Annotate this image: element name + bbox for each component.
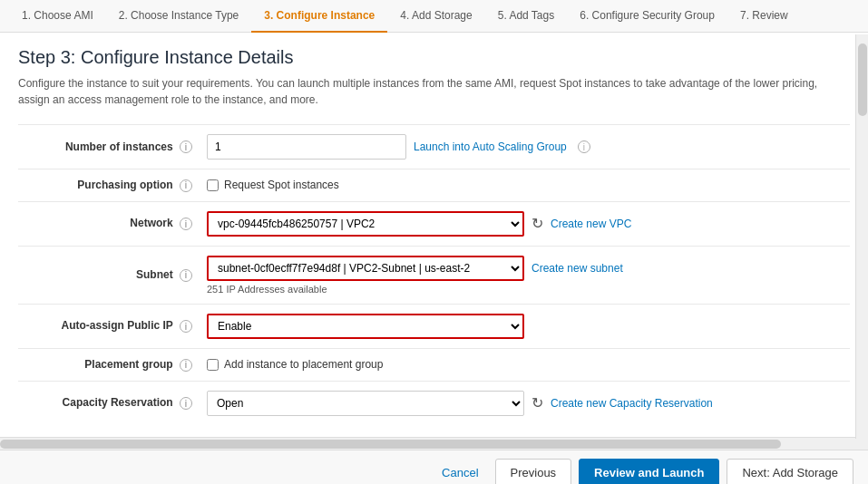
row-number-of-instances: Number of instances i Launch into Auto S… xyxy=(18,125,850,169)
page-description: Configure the instance to suit your requ… xyxy=(18,75,850,108)
launch-scaling-info-icon[interactable]: i xyxy=(578,140,590,153)
network-control: vpc-09445fcb486250757 | VPC2 ↻ Create ne… xyxy=(200,201,850,246)
subnet-control: subnet-0cf0ecff7f7e94d8f | VPC2-Subnet |… xyxy=(200,246,850,304)
footer: Cancel Previous Review and Launch Next: … xyxy=(0,450,868,484)
row-network: Network i vpc-09445fcb486250757 | VPC2 ↻… xyxy=(18,201,850,246)
number-of-instances-control: Launch into Auto Scaling Group i xyxy=(200,125,850,169)
tab-choose-instance-type[interactable]: 2. Choose Instance Type xyxy=(106,0,252,33)
placement-group-text: Add instance to placement group xyxy=(224,358,383,371)
page-wrapper: 1. Choose AMI 2. Choose Instance Type 3.… xyxy=(0,0,868,484)
auto-assign-control: Enable xyxy=(200,304,850,348)
purchasing-option-label: Purchasing option i xyxy=(18,169,200,202)
create-capacity-link[interactable]: Create new Capacity Reservation xyxy=(551,397,713,410)
create-vpc-link[interactable]: Create new VPC xyxy=(551,218,631,230)
placement-group-label: Placement group i xyxy=(18,348,200,381)
number-of-instances-info-icon[interactable]: i xyxy=(180,140,192,153)
tab-configure-instance[interactable]: 3. Configure Instance xyxy=(251,0,387,33)
main-content: Step 3: Configure Instance Details Confi… xyxy=(0,33,868,437)
capacity-reservation-control: Open ↻ Create new Capacity Reservation xyxy=(200,381,850,425)
row-subnet: Subnet i subnet-0cf0ecff7f7e94d8f | VPC2… xyxy=(18,246,850,304)
placement-group-checkbox[interactable] xyxy=(207,359,219,371)
placement-group-checkbox-label: Add instance to placement group xyxy=(207,358,843,371)
row-capacity-reservation: Capacity Reservation i Open ↻ Create new… xyxy=(18,381,850,425)
tab-configure-security-group[interactable]: 6. Configure Security Group xyxy=(567,0,727,33)
capacity-refresh-icon[interactable]: ↻ xyxy=(532,394,543,411)
right-scrollbar[interactable] xyxy=(855,34,868,439)
horizontal-scrollbar[interactable] xyxy=(0,437,868,450)
network-label: Network i xyxy=(18,201,200,246)
wizard-tabs: 1. Choose AMI 2. Choose Instance Type 3.… xyxy=(0,0,868,33)
ip-available-text: 251 IP Addresses available xyxy=(207,284,843,295)
configure-form: Number of instances i Launch into Auto S… xyxy=(18,124,850,425)
placement-group-control: Add instance to placement group xyxy=(200,348,850,381)
capacity-reservation-label: Capacity Reservation i xyxy=(18,381,200,425)
request-spot-instances-checkbox[interactable] xyxy=(207,179,219,191)
cancel-button[interactable]: Cancel xyxy=(433,466,487,479)
auto-assign-info-icon[interactable]: i xyxy=(180,320,192,333)
subnet-label: Subnet i xyxy=(18,246,200,304)
auto-assign-label: Auto-assign Public IP i xyxy=(18,304,200,348)
subnet-info-icon[interactable]: i xyxy=(180,269,192,282)
tab-add-storage[interactable]: 4. Add Storage xyxy=(387,0,484,33)
previous-button[interactable]: Previous xyxy=(495,459,572,485)
next-add-storage-button[interactable]: Next: Add Storage xyxy=(727,459,853,485)
auto-assign-select[interactable]: Enable xyxy=(207,314,524,339)
right-scrollbar-thumb xyxy=(858,44,867,116)
network-select[interactable]: vpc-09445fcb486250757 | VPC2 xyxy=(207,211,524,237)
review-and-launch-button[interactable]: Review and Launch xyxy=(579,459,719,485)
row-auto-assign-ip: Auto-assign Public IP i Enable xyxy=(18,304,850,348)
launch-scaling-group-link[interactable]: Launch into Auto Scaling Group xyxy=(414,140,567,153)
page-title: Step 3: Configure Instance Details xyxy=(18,47,850,68)
tab-choose-ami[interactable]: 1. Choose AMI xyxy=(9,0,106,33)
request-spot-instances-text: Request Spot instances xyxy=(224,179,339,191)
placement-group-info-icon[interactable]: i xyxy=(180,359,192,372)
number-of-instances-input[interactable] xyxy=(207,134,406,160)
network-info-icon[interactable]: i xyxy=(180,218,192,230)
network-refresh-icon[interactable]: ↻ xyxy=(532,215,543,232)
purchasing-option-control: Request Spot instances xyxy=(200,169,850,202)
request-spot-instances-label: Request Spot instances xyxy=(207,179,843,191)
row-placement-group: Placement group i Add instance to placem… xyxy=(18,348,850,381)
row-purchasing-option: Purchasing option i Request Spot instanc… xyxy=(18,169,850,202)
capacity-reservation-select[interactable]: Open xyxy=(207,391,524,416)
create-subnet-link[interactable]: Create new subnet xyxy=(532,262,623,275)
scrollbar-thumb xyxy=(0,440,781,449)
capacity-reservation-info-icon[interactable]: i xyxy=(180,397,192,410)
tab-add-tags[interactable]: 5. Add Tags xyxy=(485,0,568,33)
purchasing-option-info-icon[interactable]: i xyxy=(180,179,192,192)
subnet-select[interactable]: subnet-0cf0ecff7f7e94d8f | VPC2-Subnet |… xyxy=(207,256,524,281)
number-of-instances-label: Number of instances i xyxy=(18,125,200,169)
tab-review[interactable]: 7. Review xyxy=(727,0,801,33)
